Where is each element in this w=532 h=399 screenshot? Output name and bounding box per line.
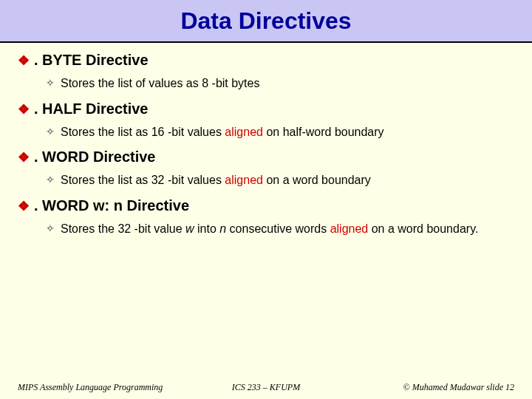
heading-half: ❖ . HALF Directive xyxy=(18,100,514,118)
section-word-wn: ❖ . WORD w: n Directive ✧ Stores the 32 … xyxy=(18,197,514,237)
footer-right: © Muhamed Mudawar slide 12 xyxy=(349,382,514,393)
diamond-icon: ❖ xyxy=(18,52,30,69)
footer-center: ICS 233 – KFUPM xyxy=(183,382,349,393)
sub-word-wn: ✧ Stores the 32 -bit value w into n cons… xyxy=(18,221,514,237)
heading-text: . HALF Directive xyxy=(34,100,148,117)
diamond-icon: ❖ xyxy=(18,197,30,215)
section-byte: ❖ . BYTE Directive ✧ Stores the list of … xyxy=(18,52,514,92)
footer: MIPS Assembly Language Programming ICS 2… xyxy=(0,382,532,393)
heading-text: . WORD w: n Directive xyxy=(34,197,189,214)
diamond-icon: ❖ xyxy=(18,149,30,166)
sub-bullet-icon: ✧ xyxy=(46,172,55,187)
page-title: Data Directives xyxy=(180,7,351,35)
sub-text: Stores the 32 -bit value w into n consec… xyxy=(61,221,478,237)
sub-text: Stores the list as 32 -bit values aligne… xyxy=(61,172,371,188)
heading-text: . WORD Directive xyxy=(34,149,155,166)
sub-bullet-icon: ✧ xyxy=(46,124,55,139)
footer-left: MIPS Assembly Language Programming xyxy=(18,382,183,393)
diamond-icon: ❖ xyxy=(18,100,30,118)
sub-text: Stores the list as 16 -bit values aligne… xyxy=(61,124,384,140)
section-word: ❖ . WORD Directive ✧ Stores the list as … xyxy=(18,149,514,188)
sub-text: Stores the list of values as 8 -bit byte… xyxy=(61,75,259,92)
content-area: ❖ . BYTE Directive ✧ Stores the list of … xyxy=(0,43,532,236)
title-bar: Data Directives xyxy=(0,0,532,43)
sub-bullet-icon: ✧ xyxy=(46,75,55,90)
heading-byte: ❖ . BYTE Directive xyxy=(18,52,514,69)
section-half: ❖ . HALF Directive ✧ Stores the list as … xyxy=(18,100,514,140)
sub-byte: ✧ Stores the list of values as 8 -bit by… xyxy=(18,75,514,92)
heading-word-wn: ❖ . WORD w: n Directive xyxy=(18,197,514,215)
heading-text: . BYTE Directive xyxy=(34,52,149,69)
sub-word: ✧ Stores the list as 32 -bit values alig… xyxy=(18,172,514,188)
sub-bullet-icon: ✧ xyxy=(46,221,55,236)
heading-word: ❖ . WORD Directive xyxy=(18,149,514,166)
sub-half: ✧ Stores the list as 16 -bit values alig… xyxy=(18,124,514,140)
